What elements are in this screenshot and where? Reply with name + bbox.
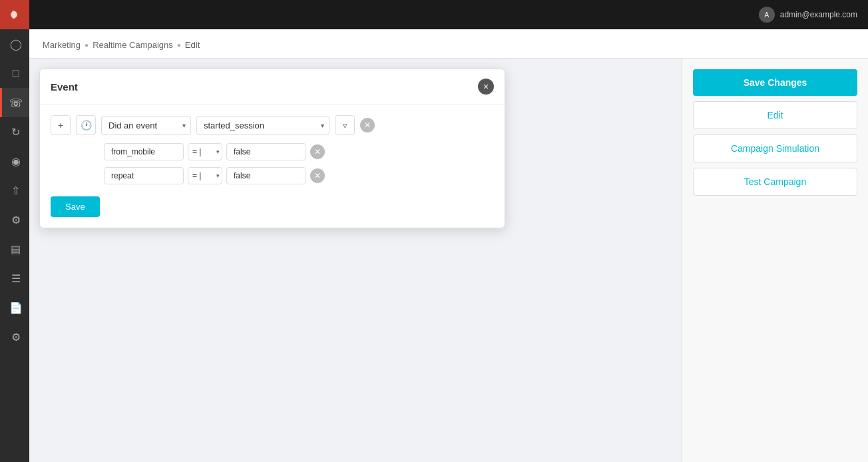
workspace: Event [1] □ ✎ ⋮ ▶ Did: started_session (… <box>29 59 868 462</box>
filter-property-2[interactable] <box>104 167 184 184</box>
sidebar-item-upload[interactable]: ⇧ <box>0 176 29 205</box>
sidebar-item-chat[interactable]: □ <box>0 59 29 88</box>
sidebar-item-settings[interactable]: ⚙ <box>0 205 29 234</box>
sidebar-item-location[interactable]: ◉ <box>0 146 29 176</box>
campaign-simulation-button[interactable]: Campaign Simulation <box>693 134 857 162</box>
topbar-user: A admin@example.com <box>759 7 857 23</box>
upload-icon: ⇧ <box>11 184 20 197</box>
location-icon: ◉ <box>11 155 21 168</box>
event-modal-header: Event × <box>40 69 505 105</box>
remove-filter-2-button[interactable]: ✕ <box>310 168 325 183</box>
sidebar-item-advanced[interactable]: ⚙ <box>0 322 29 351</box>
modal-close-button[interactable]: × <box>478 79 494 95</box>
clock-button[interactable]: 🕐 <box>76 115 96 135</box>
breadcrumb-sep-1: ● <box>85 41 89 49</box>
event-type-select-wrapper: Did an event Did not do an event <box>101 116 191 135</box>
filter-button[interactable]: ▿ <box>335 115 355 135</box>
right-panel-actions: Save Changes Edit Campaign Simulation Te… <box>682 59 868 206</box>
sidebar-item-history[interactable]: ↻ <box>0 117 29 146</box>
right-panel: Save Changes Edit Campaign Simulation Te… <box>682 59 868 462</box>
event-name-select[interactable]: started_session ended_session purchase <box>196 116 329 135</box>
filter-property-1[interactable] <box>104 143 184 160</box>
logo-button[interactable] <box>0 0 29 29</box>
breadcrumb-realtime[interactable]: Realtime Campaigns <box>93 40 173 50</box>
filter-row-2: = | ≠ | > | ✕ <box>104 167 494 184</box>
remove-filter-1-button[interactable]: ✕ <box>310 144 325 159</box>
topbar: A admin@example.com <box>29 0 868 29</box>
user-email: admin@example.com <box>780 10 857 19</box>
breadcrumb: Marketing ● Realtime Campaigns ● Edit <box>29 29 868 59</box>
edit-button[interactable]: Edit <box>693 101 857 129</box>
gear-icon: ⚙ <box>11 214 21 226</box>
event-modal: Event × + 🕐 Did an event Did not do an e… <box>39 69 505 228</box>
sidebar-item-list[interactable]: ☰ <box>0 264 29 293</box>
event-name-select-wrapper: started_session ended_session purchase <box>196 116 329 135</box>
event-type-select[interactable]: Did an event Did not do an event <box>101 116 191 135</box>
operator-select-2[interactable]: = | ≠ | > | <box>188 167 222 184</box>
modal-save-button[interactable]: Save <box>51 196 100 217</box>
add-condition-button[interactable]: + <box>51 115 71 135</box>
history-icon: ↻ <box>11 126 20 138</box>
event-type-row: + 🕐 Did an event Did not do an event <box>51 115 494 135</box>
operator-select-wrapper-2: = | ≠ | > | <box>188 167 222 184</box>
filter-value-1[interactable] <box>226 143 306 160</box>
sidebar-item-campaigns[interactable]: ☏ <box>0 88 29 117</box>
filter-value-2[interactable] <box>226 167 306 184</box>
sidebar-item-file[interactable]: 📄 <box>0 293 29 322</box>
test-campaign-button[interactable]: Test Campaign <box>693 168 857 196</box>
save-changes-button[interactable]: Save Changes <box>693 69 857 96</box>
breadcrumb-edit: Edit <box>185 40 200 50</box>
logo-icon <box>7 7 23 23</box>
file-icon: 📄 <box>9 302 23 314</box>
sidebar-item-chart[interactable]: ▤ <box>0 234 29 264</box>
chart-icon: ▤ <box>11 243 21 256</box>
bell-icon: ☏ <box>9 97 23 109</box>
canvas: Event [1] □ ✎ ⋮ ▶ Did: started_session (… <box>29 59 682 462</box>
operator-select-wrapper-1: = | ≠ | > | <box>188 143 222 160</box>
chat-icon: □ <box>13 67 19 79</box>
filter-row-1: = | ≠ | > | ✕ <box>104 143 494 160</box>
main-content: A admin@example.com Marketing ● Realtime… <box>29 0 868 462</box>
content-area: Marketing ● Realtime Campaigns ● Edit Ev… <box>29 29 868 462</box>
event-modal-title: Event <box>51 81 78 93</box>
breadcrumb-marketing[interactable]: Marketing <box>43 40 81 50</box>
avatar: A <box>759 7 775 23</box>
breadcrumb-sep-2: ● <box>177 41 181 49</box>
operator-select-1[interactable]: = | ≠ | > | <box>188 143 222 160</box>
sidebar-item-user[interactable]: ◯ <box>0 29 29 59</box>
advanced-icon: ⚙ <box>11 331 21 344</box>
sidebar: ◯ □ ☏ ↻ ◉ ⇧ ⚙ ▤ ☰ 📄 ⚙ <box>0 0 29 462</box>
event-modal-body: + 🕐 Did an event Did not do an event <box>40 105 505 228</box>
list-icon: ☰ <box>11 272 21 285</box>
user-icon: ◯ <box>10 38 22 51</box>
remove-event-button[interactable]: ✕ <box>360 118 375 132</box>
